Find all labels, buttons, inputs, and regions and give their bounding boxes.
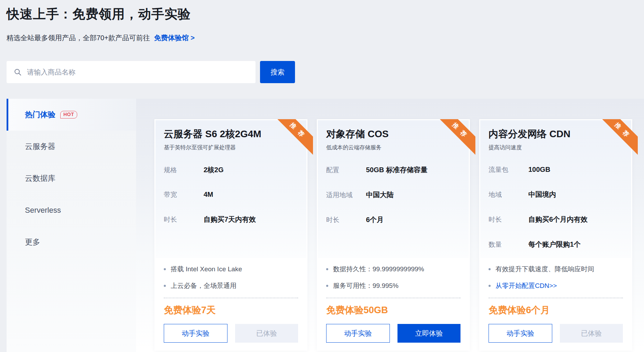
- product-card-cdn: 推荐 内容分发网络 CDN 提高访问速度 流量包 100GB 地域 中国境内 时…: [479, 119, 632, 351]
- spec-row: 配置 50GB 标准存储容量: [326, 165, 460, 175]
- feature-bullet: 数据持久性：99.9999999999%: [326, 264, 460, 274]
- spec-value: 4M: [204, 191, 213, 199]
- spec-value: 每个账户限购1个: [528, 240, 581, 249]
- spec-label: 规格: [164, 166, 204, 175]
- spec-row: 时长 自购买6个月内有效: [489, 215, 623, 224]
- spec-label: 带宽: [164, 190, 204, 199]
- already-tried-button[interactable]: 已体验: [235, 324, 298, 343]
- bullet-text: 有效提升下载速度、降低响应时间: [495, 264, 594, 274]
- spec-value: 中国大陆: [366, 190, 394, 200]
- feature-bullet: 上云必备，全场景通用: [164, 281, 298, 291]
- card-actions: 动手实验 立即体验: [326, 324, 460, 343]
- hands-on-lab-button[interactable]: 动手实验: [326, 324, 390, 343]
- bullet-text: 上云必备，全场景通用: [171, 281, 236, 291]
- spec-value: 2核2G: [204, 165, 224, 175]
- spec-label: 时长: [489, 215, 528, 224]
- bullet-text: 数据持久性：99.9999999999%: [333, 264, 424, 274]
- spec-row: 时长 自购买7天内有效: [164, 215, 298, 224]
- spec-list: 规格 2核2G 带宽 4M 时长 自购买7天内有效: [164, 165, 298, 224]
- sidebar-item-label: 更多: [25, 237, 40, 247]
- spec-value: 6个月: [366, 215, 384, 225]
- feature-bullet: 有效提升下载速度、降低响应时间: [489, 264, 623, 274]
- card-title: 云服务器 S6 2核2G4M: [164, 127, 298, 141]
- spec-list: 配置 50GB 标准存储容量 适用地域 中国大陆 时长 6个月: [326, 165, 460, 225]
- sidebar-item-label: Serverless: [25, 206, 61, 215]
- spec-value: 自购买6个月内有效: [528, 215, 588, 224]
- card-title: 内容分发网络 CDN: [489, 127, 623, 141]
- hot-badge: HOT: [60, 111, 77, 118]
- search-input[interactable]: [26, 68, 249, 77]
- card-subtitle: 低成本的云端存储服务: [326, 144, 460, 151]
- search-bar: 搜索: [7, 61, 295, 83]
- spec-row: 流量包 100GB: [489, 165, 623, 174]
- bullet-text: 搭载 Intel Xeon Ice Lake: [171, 264, 242, 274]
- spec-row: 地域 中国境内: [489, 190, 623, 199]
- feature-bullet: 服务可用性：99.995%: [326, 281, 460, 291]
- spec-label: 流量包: [489, 165, 528, 174]
- card-actions: 动手实验 已体验: [164, 324, 298, 343]
- cdn-config-guide-link[interactable]: 从零开始配置CDN>>: [495, 281, 557, 291]
- sidebar-item-label: 热门体验: [25, 109, 55, 120]
- spec-value: 50GB 标准存储容量: [366, 165, 428, 175]
- offer-text: 免费体验50GB: [326, 304, 460, 316]
- spec-label: 地域: [489, 190, 528, 199]
- bullet-dot-icon: [326, 285, 328, 287]
- active-indicator: [7, 99, 8, 131]
- product-card-cos: 推荐 对象存储 COS 低成本的云端存储服务 配置 50GB 标准存储容量 适用…: [317, 119, 470, 351]
- sidebar-item-label: 云数据库: [25, 173, 55, 184]
- search-icon: [14, 68, 22, 76]
- spec-label: 适用地域: [326, 191, 366, 200]
- spec-row: 时长 6个月: [326, 215, 460, 225]
- content-area: 热门体验 HOT 云服务器 云数据库 Serverless 更多 推荐 云服务器…: [7, 99, 644, 352]
- spec-row: 适用地域 中国大陆: [326, 190, 460, 200]
- spec-value: 中国境内: [528, 190, 556, 199]
- spec-label: 数量: [489, 240, 528, 249]
- page-title: 快速上手：免费领用，动手实验: [7, 6, 191, 23]
- spec-row: 带宽 4M: [164, 190, 298, 199]
- try-now-button[interactable]: 立即体验: [397, 324, 460, 343]
- spec-value: 100GB: [528, 166, 550, 174]
- card-top-section: 对象存储 COS 低成本的云端存储服务 配置 50GB 标准存储容量 适用地域 …: [318, 120, 469, 258]
- feature-bullet-link[interactable]: 从零开始配置CDN>>: [489, 281, 623, 291]
- bullet-dot-icon: [164, 285, 166, 287]
- bullet-dot-icon: [164, 268, 166, 270]
- offer-text: 免费体验7天: [164, 304, 298, 316]
- spec-value: 自购买7天内有效: [204, 215, 256, 224]
- search-input-box[interactable]: [7, 61, 256, 83]
- bullet-dot-icon: [326, 268, 328, 270]
- dotted-divider: [489, 298, 623, 298]
- search-button[interactable]: 搜索: [260, 61, 295, 83]
- sidebar-item-cloud-database[interactable]: 云数据库: [7, 162, 136, 194]
- card-bottom-section: 搭载 Intel Xeon Ice Lake 上云必备，全场景通用 免费体验7天…: [155, 258, 306, 343]
- card-bottom-section: 数据持久性：99.9999999999% 服务可用性：99.995% 免费体验5…: [318, 258, 469, 343]
- dotted-divider: [164, 298, 298, 298]
- card-title: 对象存储 COS: [326, 127, 460, 141]
- product-card-cvm: 推荐 云服务器 S6 2核2G4M 基于英特尔至强可扩展处理器 规格 2核2G …: [154, 119, 307, 351]
- sidebar-item-serverless[interactable]: Serverless: [7, 194, 136, 226]
- feature-bullet: 搭载 Intel Xeon Ice Lake: [164, 264, 298, 274]
- spec-label: 时长: [164, 215, 204, 224]
- sidebar-item-hot-experience[interactable]: 热门体验 HOT: [7, 99, 136, 131]
- free-trial-hall-link[interactable]: 免费体验馆 >: [154, 33, 195, 43]
- spec-row: 规格 2核2G: [164, 165, 298, 175]
- hands-on-lab-button[interactable]: 动手实验: [164, 324, 227, 343]
- spec-list: 流量包 100GB 地域 中国境内 时长 自购买6个月内有效 数量 每个账户限购…: [489, 165, 623, 249]
- sidebar-item-more[interactable]: 更多: [7, 226, 136, 258]
- product-card-list: 推荐 云服务器 S6 2核2G4M 基于英特尔至强可扩展处理器 规格 2核2G …: [136, 99, 644, 352]
- category-sidebar: 热门体验 HOT 云服务器 云数据库 Serverless 更多: [7, 99, 136, 352]
- already-tried-button[interactable]: 已体验: [560, 324, 623, 343]
- card-subtitle: 提高访问速度: [489, 144, 623, 151]
- bullet-text: 服务可用性：99.995%: [333, 281, 399, 291]
- hands-on-lab-button[interactable]: 动手实验: [489, 324, 552, 343]
- dotted-divider: [326, 298, 460, 298]
- card-top-section: 内容分发网络 CDN 提高访问速度 流量包 100GB 地域 中国境内 时长 自…: [480, 120, 631, 258]
- sidebar-item-cloud-server[interactable]: 云服务器: [7, 131, 136, 162]
- bullet-dot-icon: [489, 268, 491, 270]
- spec-label: 配置: [326, 166, 366, 175]
- offer-text: 免费体验6个月: [489, 304, 623, 316]
- card-subtitle: 基于英特尔至强可扩展处理器: [164, 144, 298, 151]
- sidebar-item-label: 云服务器: [25, 141, 55, 152]
- spec-row: 数量 每个账户限购1个: [489, 240, 623, 249]
- subtitle-text: 精选全站最多领用产品，全部70+款产品可前往: [7, 33, 150, 43]
- page-subtitle: 精选全站最多领用产品，全部70+款产品可前往 免费体验馆 >: [7, 33, 195, 43]
